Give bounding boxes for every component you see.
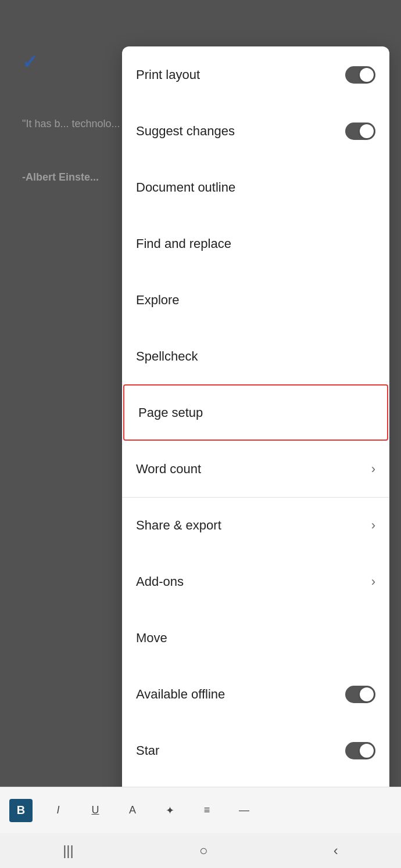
menu-item-star[interactable]: Star: [122, 722, 389, 779]
menu-panel: Print layout Suggest changes Document ou…: [122, 46, 389, 835]
menu-item-word-count[interactable]: Word count ›: [122, 441, 389, 497]
menu-label-suggest-changes: Suggest changes: [136, 124, 235, 139]
menu-label-add-ons: Add-ons: [136, 574, 184, 589]
menu-label-print-layout: Print layout: [136, 67, 200, 82]
toolbar-list-button[interactable]: —: [232, 799, 256, 822]
nav-back-icon[interactable]: ‹: [334, 842, 338, 859]
menu-item-share-export[interactable]: Share & export ›: [122, 497, 389, 553]
italic-icon: I: [56, 804, 59, 816]
menu-label-find-and-replace: Find and replace: [136, 236, 231, 251]
toggle-knob-star: [360, 744, 374, 758]
menu-item-explore[interactable]: Explore: [122, 272, 389, 328]
toggle-knob-suggest-changes: [360, 124, 374, 138]
nav-recents-icon[interactable]: |||: [63, 842, 74, 859]
menu-label-word-count: Word count: [136, 462, 201, 477]
menu-label-available-offline: Available offline: [136, 687, 225, 702]
toggle-print-layout[interactable]: [345, 66, 375, 84]
toolbar-underline-button[interactable]: U: [84, 799, 107, 822]
nav-bar: ||| ○ ‹: [0, 833, 401, 868]
menu-item-available-offline[interactable]: Available offline: [122, 666, 389, 722]
toggle-suggest-changes[interactable]: [345, 123, 375, 140]
menu-item-document-outline[interactable]: Document outline: [122, 159, 389, 215]
toggle-knob-available-offline: [360, 687, 374, 701]
menu-item-suggest-changes[interactable]: Suggest changes: [122, 103, 389, 159]
underline-icon: U: [92, 804, 99, 816]
highlight-icon: ✦: [166, 804, 174, 817]
menu-item-print-layout[interactable]: Print layout: [122, 46, 389, 103]
chevron-add-ons: ›: [371, 574, 375, 589]
menu-label-spellcheck: Spellcheck: [136, 349, 198, 364]
nav-home-icon[interactable]: ○: [199, 842, 208, 859]
toolbar-italic-button[interactable]: I: [46, 799, 70, 822]
toolbar: B I U A ✦ ≡ —: [0, 787, 401, 833]
menu-label-page-setup: Page setup: [138, 405, 203, 420]
list-icon: —: [239, 804, 249, 816]
toggle-knob-print-layout: [360, 68, 374, 82]
menu-label-move: Move: [136, 631, 167, 646]
menu-label-star: Star: [136, 743, 159, 758]
toolbar-align-button[interactable]: ≡: [195, 799, 219, 822]
toolbar-bold-button[interactable]: B: [9, 799, 33, 822]
menu-item-move[interactable]: Move: [122, 610, 389, 666]
menu-item-page-setup[interactable]: Page setup: [123, 384, 388, 441]
bold-icon: B: [17, 804, 25, 817]
toggle-available-offline[interactable]: [345, 686, 375, 703]
align-icon: ≡: [204, 804, 210, 816]
toolbar-highlight-button[interactable]: ✦: [158, 799, 181, 822]
menu-item-spellcheck[interactable]: Spellcheck: [122, 328, 389, 384]
toggle-star[interactable]: [345, 742, 375, 759]
menu-item-add-ons[interactable]: Add-ons ›: [122, 553, 389, 610]
font-color-icon: A: [129, 804, 136, 816]
chevron-share-export: ›: [371, 518, 375, 533]
menu-label-document-outline: Document outline: [136, 180, 235, 195]
menu-label-share-export: Share & export: [136, 518, 221, 533]
menu-item-find-and-replace[interactable]: Find and replace: [122, 215, 389, 272]
toolbar-font-color-button[interactable]: A: [121, 799, 144, 822]
menu-label-explore: Explore: [136, 293, 180, 308]
chevron-word-count: ›: [371, 462, 375, 477]
